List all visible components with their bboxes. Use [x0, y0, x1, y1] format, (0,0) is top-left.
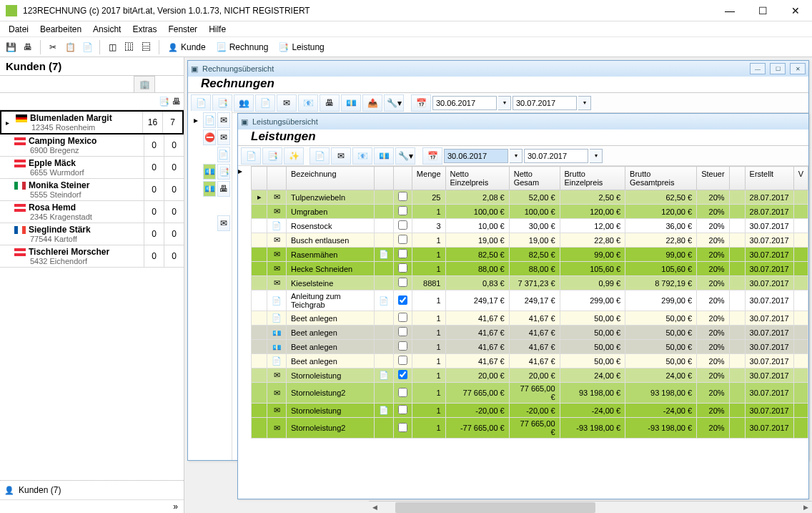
row-selector[interactable]: ▸	[238, 166, 251, 176]
invoice-date-to[interactable]	[513, 96, 577, 110]
row-checkbox[interactable]	[398, 423, 407, 432]
table-row[interactable]: Beet anlegen141,67 €41,67 €50,00 €50,00 …	[252, 340, 808, 354]
table-row[interactable]: Beet anlegen141,67 €41,67 €50,00 €50,00 …	[252, 354, 808, 368]
date-picker-icon[interactable]: ▾	[578, 96, 591, 110]
column-header[interactable]	[374, 167, 393, 190]
customer-tool1-icon[interactable]: 📑	[159, 97, 169, 107]
date-picker-icon[interactable]: ▾	[498, 96, 511, 110]
tb-calendar-icon[interactable]: 📅	[422, 147, 442, 165]
table-row[interactable]: Stornoleistung📄120,00 €20,00 €24,00 €24,…	[252, 368, 808, 383]
row-checkbox[interactable]	[398, 192, 407, 201]
row-checkbox[interactable]	[398, 220, 407, 230]
tb-btn[interactable]: 📤	[362, 94, 382, 112]
strip-btn[interactable]: ✉	[217, 130, 230, 145]
tb-btn[interactable]: 📑	[212, 94, 232, 112]
table-row[interactable]: Hecke Schneiden188,00 €88,00 €105,60 €10…	[252, 262, 808, 276]
row-checkbox[interactable]	[398, 356, 407, 365]
row-checkbox[interactable]	[398, 313, 407, 322]
date-picker-icon[interactable]: ▾	[510, 149, 523, 163]
tb-btn[interactable]: 💶	[341, 94, 361, 112]
menu-fenster[interactable]: Fenster	[162, 23, 203, 36]
tb-btn[interactable]: 📧	[298, 94, 318, 112]
toolbar-rechnung[interactable]: 📃Rechnung	[212, 42, 273, 52]
row-checkbox[interactable]	[398, 206, 407, 215]
pane-collapse[interactable]: »	[0, 499, 184, 513]
customer-row[interactable]: Monika Steiner5555 Steindorf00	[0, 179, 184, 201]
toolbar-kunde[interactable]: Kunde	[164, 42, 210, 52]
column-header[interactable]: Menge	[412, 167, 445, 190]
tb-btn[interactable]: 🖶	[320, 94, 340, 112]
row-arrow[interactable]: ▸	[189, 112, 202, 128]
row-checkbox[interactable]	[398, 278, 407, 287]
tb-wrench-icon[interactable]: 🔧▾	[395, 147, 415, 165]
close-button[interactable]: ✕	[779, 0, 812, 21]
table-row[interactable]: Busch entlausen119,00 €19,00 €22,80 €22,…	[252, 233, 808, 248]
menu-hilfe[interactable]: Hilfe	[203, 23, 232, 36]
layout1-icon[interactable]: ◫	[104, 39, 120, 55]
paste-icon[interactable]: 📄	[79, 39, 95, 55]
tb-btn[interactable]: 📄	[241, 147, 261, 165]
tb-btn[interactable]: ✉	[277, 94, 297, 112]
layout2-icon[interactable]: ⿲	[122, 39, 137, 55]
strip-btn[interactable]: 💶	[203, 164, 216, 180]
table-row[interactable]: Stornoleistung📄1-20,00 €-20,00 €-24,00 €…	[252, 404, 808, 418]
column-header[interactable]: Bezeichnung	[287, 167, 375, 190]
column-header[interactable]: Erstellt	[745, 167, 793, 190]
maximize-button[interactable]: ☐	[746, 0, 779, 21]
invoice-date-from[interactable]	[432, 96, 497, 110]
customer-row[interactable]: Sieglinde Stärk77544 Kartoff00	[0, 223, 184, 245]
column-header[interactable]: Netto Gesam	[509, 167, 560, 190]
column-header[interactable]: Steuer	[697, 167, 729, 190]
layout3-icon[interactable]: ⿳	[139, 39, 154, 55]
table-row[interactable]: Beet anlegen141,67 €41,67 €50,00 €50,00 …	[252, 311, 808, 326]
table-row[interactable]: Anleitung zum Teichgrab📄1249,17 €249,17 …	[252, 290, 808, 311]
strip-btn[interactable]: 💶	[203, 181, 216, 197]
table-row[interactable]: Stornoleistung2177 665,00 €77 665,00 €93…	[252, 383, 808, 404]
column-header[interactable]: Netto Einzelpreis	[445, 167, 509, 190]
strip-btn[interactable]: ✉	[217, 112, 230, 128]
row-checkbox[interactable]	[398, 341, 407, 351]
row-checkbox[interactable]	[398, 235, 407, 244]
strip-btn[interactable]: ✉	[217, 215, 230, 231]
tb-btn[interactable]: 💶	[374, 147, 394, 165]
customer-row[interactable]: Epple Mäck6655 Wurmdorf00	[0, 157, 184, 179]
column-header[interactable]	[393, 167, 412, 190]
row-checkbox[interactable]	[398, 405, 407, 414]
table-row[interactable]: Rosenstock310,00 €30,00 €12,00 €36,00 €2…	[252, 219, 808, 233]
table-row[interactable]: Umgraben1100,00 €100,00 €120,00 €120,00 …	[252, 205, 808, 219]
tb-btn[interactable]: ✉	[331, 147, 351, 165]
row-checkbox[interactable]	[398, 388, 407, 397]
row-checkbox[interactable]	[398, 295, 407, 305]
column-header[interactable]	[729, 167, 745, 190]
customer-tab[interactable]: 🏢	[134, 76, 155, 92]
menu-datei[interactable]: Datei	[3, 23, 34, 36]
column-header[interactable]: Brutto Gesamtpreis	[625, 167, 697, 190]
customer-tool2-icon[interactable]: 🖶	[172, 97, 181, 107]
table-row[interactable]: Stornoleistung21-77 665,00 €77 665,00 €-…	[252, 418, 808, 439]
tb-calendar-icon[interactable]: 📅	[411, 94, 431, 112]
row-checkbox[interactable]	[398, 370, 407, 379]
table-row[interactable]: Kieselsteine88810,83 €7 371,23 €0,99 €8 …	[252, 276, 808, 290]
service-date-to[interactable]	[524, 149, 588, 163]
column-header[interactable]	[267, 167, 287, 190]
horizontal-scrollbar[interactable]: ◀▶	[369, 501, 812, 513]
row-checkbox[interactable]	[398, 249, 407, 258]
tb-btn[interactable]: 📄	[191, 94, 211, 112]
customer-row[interactable]: Tischlerei Morscher5432 Eichendorf00	[0, 245, 184, 268]
print-icon[interactable]: 🖶	[20, 39, 36, 55]
mdi-minimize[interactable]: —	[750, 63, 766, 74]
customer-row[interactable]: Camping Mexico6900 Bregenz00	[0, 135, 184, 157]
tb-btn[interactable]: 📧	[352, 147, 372, 165]
strip-btn[interactable]: 📄	[203, 112, 216, 128]
delete-icon[interactable]: ⛔	[203, 130, 216, 145]
menu-extras[interactable]: Extras	[127, 23, 162, 36]
customer-row[interactable]: ▸Blumenladen Margit12345 Rosenheim167	[0, 110, 184, 135]
column-header[interactable]: Brutto Einzelpreis	[560, 167, 625, 190]
mdi-close[interactable]: ✕	[790, 63, 806, 74]
cut-icon[interactable]: ✂	[45, 39, 61, 55]
strip-btn[interactable]: 🖶	[217, 181, 230, 197]
column-header[interactable]	[252, 167, 267, 190]
service-date-from[interactable]	[444, 149, 508, 163]
tb-btn[interactable]: 📄	[255, 94, 275, 112]
strip-btn[interactable]: 📄	[217, 147, 230, 162]
